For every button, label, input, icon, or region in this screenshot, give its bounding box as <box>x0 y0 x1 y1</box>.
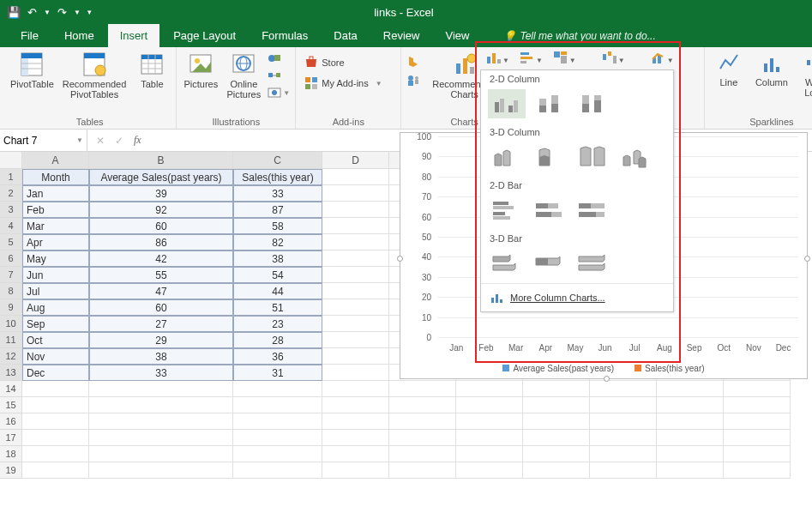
row-header[interactable]: 7 <box>0 267 22 283</box>
cell[interactable] <box>322 446 389 462</box>
cell[interactable]: 27 <box>89 316 233 332</box>
row-header[interactable]: 3 <box>0 202 22 218</box>
cell[interactable] <box>389 397 456 413</box>
cell[interactable] <box>523 446 590 462</box>
chart-3d-stacked-column[interactable] <box>531 142 568 172</box>
chart-100-stacked-bar[interactable] <box>574 196 611 225</box>
more-column-charts-button[interactable]: More Column Charts... <box>481 283 673 311</box>
cell[interactable]: Nov <box>22 348 89 365</box>
tab-home[interactable]: Home <box>52 24 106 47</box>
column-header[interactable]: C <box>233 152 322 169</box>
row-header[interactable]: 15 <box>0 397 22 413</box>
cell[interactable]: Month <box>22 169 89 185</box>
cell[interactable] <box>590 462 657 479</box>
bar-chart-dropdown[interactable]: ▼ <box>517 49 545 66</box>
row-header[interactable]: 6 <box>0 250 22 267</box>
cell[interactable]: 51 <box>233 299 322 316</box>
tab-review[interactable]: Review <box>371 24 432 47</box>
row-header[interactable]: 1 <box>0 169 22 185</box>
pivottable-button[interactable]: PivotTable <box>9 50 56 91</box>
cell[interactable]: 29 <box>89 332 233 348</box>
cell[interactable]: Apr <box>22 234 89 250</box>
chart-stacked-column[interactable] <box>531 89 568 118</box>
cell[interactable] <box>389 462 456 479</box>
cell[interactable]: Jun <box>22 267 89 283</box>
cell[interactable] <box>523 381 590 397</box>
cell[interactable] <box>389 446 456 462</box>
row-header[interactable]: 14 <box>0 381 22 397</box>
cell[interactable] <box>456 397 523 413</box>
tab-view[interactable]: View <box>433 24 481 47</box>
combo-chart-dropdown[interactable]: ▼ <box>648 49 677 66</box>
row-header[interactable]: 8 <box>0 283 22 299</box>
cell[interactable] <box>233 462 322 479</box>
cell[interactable]: 47 <box>89 283 233 299</box>
cell[interactable] <box>523 462 590 479</box>
cell[interactable] <box>724 413 791 430</box>
cell[interactable] <box>590 381 657 397</box>
chart-3d-100-stacked-column[interactable] <box>574 142 611 172</box>
chart-100-stacked-column[interactable] <box>574 89 611 118</box>
cell[interactable] <box>456 381 523 397</box>
cell[interactable] <box>724 430 791 446</box>
cell[interactable] <box>389 381 456 397</box>
recommended-pivottables-button[interactable]: Recommended PivotTables <box>61 50 129 101</box>
chart-clustered-column[interactable] <box>488 89 526 118</box>
cell[interactable] <box>89 413 233 430</box>
shapes-button[interactable] <box>268 51 281 65</box>
sparkline-winloss-button[interactable]: Win/ Loss <box>796 50 812 100</box>
cell[interactable] <box>322 332 389 348</box>
column-header[interactable]: B <box>89 152 233 169</box>
row-header[interactable]: 19 <box>0 462 22 479</box>
screenshot-button[interactable]: ▼ <box>268 86 290 100</box>
cell[interactable]: 86 <box>89 234 233 250</box>
sparkline-line-button[interactable]: Line <box>710 50 748 89</box>
chart-stacked-bar[interactable] <box>531 196 568 225</box>
cell[interactable]: 54 <box>233 267 322 283</box>
cell[interactable]: Jul <box>22 283 89 299</box>
cell[interactable] <box>322 397 389 413</box>
cell[interactable] <box>590 446 657 462</box>
cell[interactable] <box>322 202 389 218</box>
row-header[interactable]: 9 <box>0 299 22 316</box>
cell[interactable]: Sales(this year) <box>233 169 322 185</box>
cell[interactable] <box>322 299 389 316</box>
row-header[interactable]: 5 <box>0 234 22 250</box>
my-addins-button[interactable]: My Add-ins▼ <box>301 75 385 91</box>
cell[interactable] <box>389 430 456 446</box>
row-header[interactable]: 2 <box>0 185 22 202</box>
column-header[interactable]: D <box>322 152 389 169</box>
cell[interactable]: Jan <box>22 185 89 202</box>
chart-3d-column[interactable] <box>617 142 654 172</box>
cell[interactable] <box>322 413 389 430</box>
row-header[interactable]: 17 <box>0 430 22 446</box>
cell[interactable] <box>22 462 89 479</box>
cell[interactable] <box>322 218 389 234</box>
cancel-icon[interactable]: ✕ <box>96 135 105 147</box>
tab-page-layout[interactable]: Page Layout <box>161 24 248 47</box>
redo-icon[interactable]: ↷ <box>57 6 67 19</box>
fx-icon[interactable]: fx <box>134 134 141 147</box>
row-header[interactable]: 10 <box>0 316 22 332</box>
cell[interactable] <box>322 234 389 250</box>
tab-data[interactable]: Data <box>322 24 369 47</box>
cell[interactable] <box>657 397 724 413</box>
cell[interactable] <box>322 381 389 397</box>
select-all-corner[interactable] <box>0 152 22 169</box>
redo-dropdown-icon[interactable]: ▼ <box>74 9 81 16</box>
cell[interactable] <box>724 381 791 397</box>
tell-me-search[interactable]: 💡Tell me what you want to do... <box>483 25 667 47</box>
customize-qat-icon[interactable]: ▾ <box>87 8 92 16</box>
cell[interactable] <box>724 462 791 479</box>
cell[interactable]: Average Sales(past years) <box>89 169 233 185</box>
cell[interactable] <box>724 446 791 462</box>
cell[interactable] <box>322 316 389 332</box>
cell[interactable] <box>456 462 523 479</box>
cell[interactable] <box>233 397 322 413</box>
row-header[interactable]: 4 <box>0 218 22 234</box>
row-header[interactable]: 12 <box>0 348 22 365</box>
tab-insert[interactable]: Insert <box>108 24 160 47</box>
cell[interactable] <box>322 169 389 185</box>
chart-3d-clustered-column[interactable] <box>488 142 526 172</box>
cell[interactable]: 58 <box>233 218 322 234</box>
